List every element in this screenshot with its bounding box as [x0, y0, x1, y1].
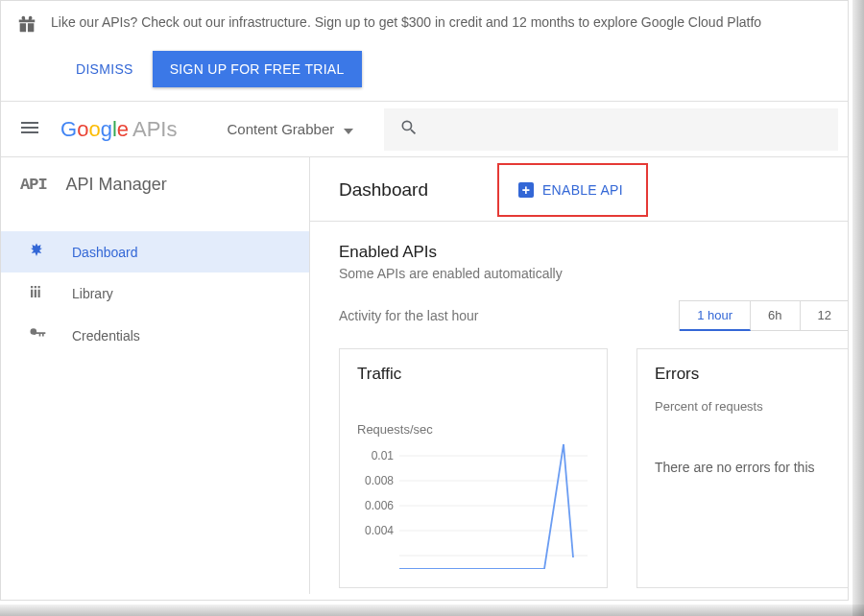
search-icon [399, 118, 419, 141]
dashboard-icon [28, 242, 47, 262]
sidebar-item-library[interactable]: Library [1, 272, 309, 314]
signup-free-trial-button[interactable]: SIGN UP FOR FREE TRIAL [153, 51, 362, 87]
time-tab-1hour[interactable]: 1 hour [680, 301, 751, 331]
traffic-title: Traffic [357, 365, 589, 384]
enabled-apis-subtitle: Some APIs are enabled automatically [339, 266, 848, 281]
enable-api-button[interactable]: + ENABLE API [515, 177, 627, 203]
sidebar-item-label: Dashboard [72, 245, 138, 260]
traffic-ylabel: Requests/sec [357, 422, 589, 437]
promo-actions: DISMISS SIGN UP FOR FREE TRIAL [1, 47, 848, 101]
project-picker[interactable]: Content Grabber [215, 113, 365, 145]
sidebar-title: API Manager [66, 175, 167, 195]
errors-title: Errors [655, 365, 848, 384]
ytick-0: 0.01 [372, 449, 395, 462]
key-icon [28, 324, 47, 346]
page-title: Dashboard [339, 179, 428, 201]
top-nav: Google APIs Content Grabber [1, 101, 848, 156]
traffic-card: Traffic Requests/sec [339, 348, 608, 588]
sidebar-header: API API Manager [1, 157, 309, 212]
sidebar-item-dashboard[interactable]: Dashboard [1, 231, 309, 272]
activity-label: Activity for the last hour [339, 308, 479, 323]
traffic-chart: 0.01 0.008 0.006 0.004 [357, 444, 588, 569]
logo-suffix: APIs [132, 117, 177, 142]
dismiss-button[interactable]: DISMISS [72, 54, 137, 84]
time-tab-12[interactable]: 12 [801, 301, 848, 330]
sidebar-item-label: Credentials [72, 328, 140, 344]
ytick-2: 0.006 [365, 499, 394, 512]
time-range-tabs: 1 hour 6h 12 [679, 300, 848, 331]
content-topbar: Dashboard + ENABLE API [310, 157, 848, 222]
sidebar-item-credentials[interactable]: Credentials [1, 314, 309, 357]
time-tab-6h[interactable]: 6h [751, 301, 800, 330]
gift-icon [16, 14, 37, 39]
sidebar: API API Manager Dashboard Library [1, 157, 310, 594]
enable-api-label: ENABLE API [542, 182, 623, 198]
google-apis-logo[interactable]: Google APIs [60, 117, 177, 142]
errors-empty-message: There are no errors for this [655, 460, 848, 475]
menu-icon[interactable] [11, 108, 49, 151]
errors-ylabel: Percent of requests [655, 399, 848, 414]
project-name: Content Grabber [227, 121, 334, 137]
ytick-1: 0.008 [365, 474, 394, 487]
sidebar-item-label: Library [72, 286, 113, 301]
api-badge-icon: API [20, 176, 47, 194]
library-icon [28, 283, 47, 303]
search-input[interactable] [384, 108, 838, 151]
promo-banner: Like our APIs? Check out our infrastruct… [1, 1, 848, 47]
ytick-3: 0.004 [365, 524, 394, 537]
promo-text: Like our APIs? Check out our infrastruct… [51, 12, 761, 33]
chevron-down-icon [344, 121, 353, 137]
errors-card: Errors Percent of requests There are no … [636, 348, 848, 588]
plus-icon: + [518, 182, 534, 198]
enabled-apis-title: Enabled APIs [339, 243, 848, 262]
traffic-line [399, 444, 573, 569]
